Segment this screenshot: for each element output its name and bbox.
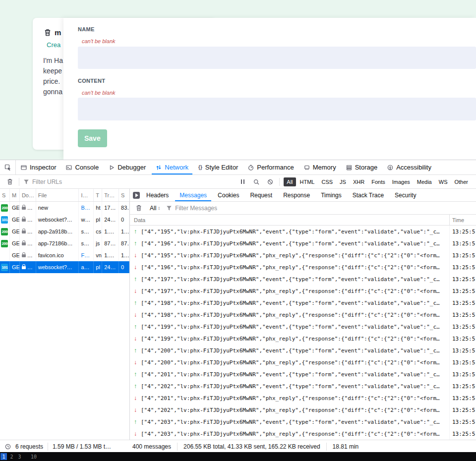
tab-console[interactable]: Console	[61, 160, 104, 174]
column-header-size[interactable]: S	[119, 189, 129, 201]
filter-messages-input[interactable]	[175, 205, 244, 212]
message-row[interactable]: ["4","195","lv:phx-FiTJDjyuPtx6MwNR","ph…	[130, 249, 476, 261]
search-button[interactable]	[251, 177, 261, 187]
workspace-1[interactable]: 1	[0, 453, 7, 460]
request-row[interactable]: 200 GET … app-72186b… s… js 87… 87…	[0, 237, 129, 249]
tab-storage[interactable]: Storage	[341, 160, 383, 174]
message-time: 13:25:5	[449, 345, 476, 356]
tab-label: Console	[75, 164, 99, 171]
workspace-3[interactable]: 3	[16, 453, 23, 460]
filter-css[interactable]: CSS	[318, 177, 336, 186]
request-row[interactable]: 200 GET … new B… ht 17… 83…	[0, 202, 129, 214]
file-cell: websocket?…	[36, 214, 79, 226]
message-data: ["4","200","lv:phx-FiTJDjyuPtx6MwNR","ph…	[141, 359, 449, 366]
messages-table-header: Data Time	[130, 215, 476, 226]
column-header-method[interactable]: M	[10, 189, 20, 201]
trash-icon	[44, 29, 51, 36]
message-row[interactable]: ["4","201","lv:phx-FiTJDjyuPtx6MwNR","ph…	[130, 392, 476, 404]
message-time: 13:25:5	[449, 356, 476, 368]
tab-timings[interactable]: Timings	[315, 189, 347, 201]
tab-security[interactable]: Security	[389, 189, 421, 201]
filter-urls-input[interactable]	[32, 178, 146, 185]
column-header-status[interactable]: S	[0, 189, 10, 201]
tab-request[interactable]: Request	[244, 189, 278, 201]
message-row[interactable]: ["4","202","lv:phx-FiTJDjyuPtx6MwNR","ev…	[130, 380, 476, 392]
play-icon[interactable]	[133, 192, 140, 199]
content-field[interactable]	[78, 98, 476, 120]
block-button[interactable]	[265, 177, 275, 187]
domain-cell: …	[20, 214, 36, 226]
column-header-type[interactable]: T	[94, 189, 102, 201]
page-background: m Crea I'm Ha keepe price. gonna NAME ca…	[0, 0, 476, 160]
filter-all[interactable]: All	[284, 177, 296, 186]
request-table-header: S M Do… File I… T Tr… S	[0, 189, 129, 202]
message-row[interactable]: ["4","196","lv:phx-FiTJDjyuPtx6MwNR","ev…	[130, 237, 476, 249]
tab-debugger[interactable]: Debugger	[104, 160, 151, 174]
message-row[interactable]: ["4","197","lv:phx-FiTJDjyuPtx6MwNR","ph…	[130, 285, 476, 297]
column-header-domain[interactable]: Do…	[20, 189, 36, 201]
message-row[interactable]: ["4","203","lv:phx-FiTJDjyuPtx6MwNR","ph…	[130, 428, 476, 440]
message-type-select[interactable]: All ↕	[150, 205, 160, 212]
size-cell: 0	[119, 261, 129, 273]
tab-network[interactable]: Network	[151, 160, 193, 174]
tab-cookies[interactable]: Cookies	[212, 189, 244, 201]
type-cell: ht	[94, 202, 102, 214]
name-field[interactable]	[78, 47, 476, 69]
column-header-time[interactable]: Time	[449, 215, 476, 225]
sent-arrow-icon	[130, 347, 141, 354]
filter-images[interactable]: Images	[389, 177, 413, 186]
message-row[interactable]: ["4","196","lv:phx-FiTJDjyuPtx6MwNR","ph…	[130, 261, 476, 273]
clear-messages-button[interactable]	[134, 203, 144, 213]
message-time: 13:25:5	[449, 261, 476, 273]
tab-stack-trace[interactable]: Stack Trace	[347, 189, 389, 201]
initiator-cell: a…	[79, 261, 94, 273]
tab-inspector[interactable]: Inspector	[16, 160, 61, 174]
pause-button[interactable]	[238, 177, 247, 187]
column-header-file[interactable]: File	[36, 189, 79, 201]
message-data: ["4","202","lv:phx-FiTJDjyuPtx6MwNR","ph…	[141, 407, 449, 413]
filter-html[interactable]: HTML	[297, 177, 318, 186]
message-row[interactable]: ["4","198","lv:phx-FiTJDjyuPtx6MwNR","ph…	[130, 309, 476, 321]
request-row-selected[interactable]: 101 GET … websocket?… a… pl 24… 0	[0, 261, 129, 273]
column-header-data[interactable]: Data	[130, 215, 449, 225]
message-data: ["4","197","lv:phx-FiTJDjyuPtx6MwNR","ev…	[141, 276, 449, 283]
message-row[interactable]: ["4","197","lv:phx-FiTJDjyuPtx6MwNR","ev…	[130, 273, 476, 285]
filter-xhr[interactable]: XHR	[350, 177, 367, 186]
filter-other[interactable]: Other	[451, 177, 471, 186]
column-header-transferred[interactable]: Tr…	[102, 189, 119, 201]
message-row[interactable]: ["4","200","lv:phx-FiTJDjyuPtx6MwNR","ph…	[130, 356, 476, 368]
tab-messages[interactable]: Messages	[174, 189, 212, 201]
tab-memory[interactable]: Memory	[299, 160, 341, 174]
sent-arrow-icon	[130, 276, 141, 283]
tab-accessibility[interactable]: Accessibility	[382, 160, 436, 174]
message-row[interactable]: ["4","201","lv:phx-FiTJDjyuPtx6MwNR","ev…	[130, 368, 476, 380]
filter-ws[interactable]: WS	[436, 177, 451, 186]
message-row[interactable]: ["4","198","lv:phx-FiTJDjyuPtx6MwNR","ev…	[130, 297, 476, 309]
message-row[interactable]: ["4","203","lv:phx-FiTJDjyuPtx6MwNR","ev…	[130, 416, 476, 428]
message-row[interactable]: ["4","199","lv:phx-FiTJDjyuPtx6MwNR","ev…	[130, 321, 476, 333]
message-row[interactable]: ["4","202","lv:phx-FiTJDjyuPtx6MwNR","ph…	[130, 404, 476, 416]
workspace-10[interactable]: 10	[30, 453, 38, 460]
tab-performance[interactable]: Performance	[243, 160, 298, 174]
filter-fonts[interactable]: Fonts	[368, 177, 388, 186]
message-row[interactable]: ["4","200","lv:phx-FiTJDjyuPtx6MwNR","ev…	[130, 345, 476, 356]
request-row[interactable]: GET … favicon.ico F… vn 1.… 1.…	[0, 249, 129, 261]
message-data: ["4","198","lv:phx-FiTJDjyuPtx6MwNR","ph…	[141, 312, 449, 318]
tab-response[interactable]: Response	[278, 189, 315, 201]
pick-element-button[interactable]	[0, 160, 16, 174]
save-button[interactable]: Save	[78, 129, 107, 147]
message-filter	[166, 205, 244, 212]
separator	[279, 178, 280, 186]
domain-cell: …	[20, 226, 36, 237]
filter-js[interactable]: JS	[337, 177, 349, 186]
message-row[interactable]: ["4","199","lv:phx-FiTJDjyuPtx6MwNR","ph…	[130, 333, 476, 345]
tab-headers[interactable]: Headers	[141, 189, 174, 201]
tab-style-editor[interactable]: {} Style Editor	[193, 160, 243, 174]
request-row[interactable]: 101 GET … websocket?… w… pl 24… 0	[0, 214, 129, 226]
workspace-2[interactable]: 2	[8, 453, 15, 460]
request-row[interactable]: 200 GET … app-2a918b… s… cs 1.… 1.…	[0, 226, 129, 237]
filter-media[interactable]: Media	[414, 177, 435, 186]
clear-requests-button[interactable]	[5, 177, 15, 187]
column-header-initiator[interactable]: I…	[79, 189, 94, 201]
message-row[interactable]: ["4","195","lv:phx-FiTJDjyuPtx6MwNR","ev…	[130, 226, 476, 237]
